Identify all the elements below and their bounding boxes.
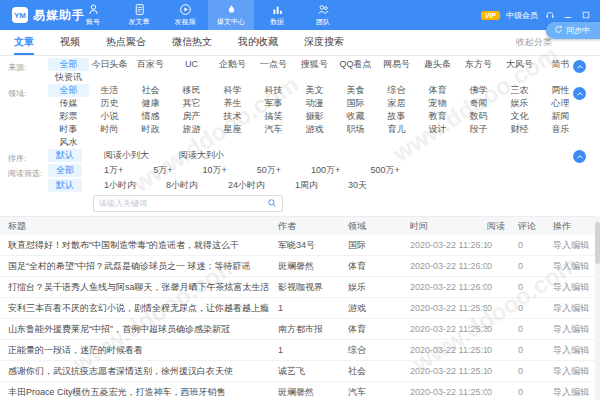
filter-chip[interactable]: 数码 [458,110,499,123]
filter-chip[interactable]: 历史 [89,97,130,110]
filter-chip[interactable]: 设计 [417,123,458,136]
filter-chip[interactable]: 家居 [376,97,417,110]
filter-chip[interactable]: 体育 [417,84,458,97]
filter-chip[interactable]: 阅读小到大 [96,149,157,162]
table-row[interactable]: 安利三本百看不厌的玄幻小说，剧情全程无尿点，让你越看越上瘾1游戏2020-03-… [0,298,600,319]
filter-chip[interactable]: 10万+ [195,164,235,177]
filter-chip[interactable]: 全部 [48,58,89,71]
filter-chip[interactable]: QQ看点 [335,58,376,71]
table-row[interactable]: 耿直怼得好！对散布“中国制造带毒”的造谣者，就得这么干军晓34号国际2020-0… [0,235,600,256]
import-edit-link[interactable]: 导入编辑 [553,386,589,399]
import-edit-link[interactable]: 导入编辑 [553,260,589,273]
filter-chip[interactable]: 8小时内 [158,179,206,192]
import-edit-link[interactable]: 导入编辑 [553,302,589,315]
filter-chip[interactable]: 默认 [48,149,82,162]
filter-chip[interactable]: 1小时内 [96,179,144,192]
filter-chip[interactable]: 星座 [212,123,253,136]
filter-chip[interactable]: 养生 [212,97,253,110]
filter-chip[interactable]: 社会 [130,84,171,97]
column-header[interactable]: 评论 [518,220,553,233]
filter-chip[interactable]: 时政 [130,123,171,136]
filter-chip[interactable]: 段子 [458,123,499,136]
nav-item-data[interactable]: 数据 [254,0,300,30]
filter-chip[interactable]: 1万+ [96,164,131,177]
table-row[interactable]: 丰田Proace City模仿五菱宏光，打造神车，西班牙销售斑斓馨然汽车2020… [0,382,600,400]
scrollbar-thumb[interactable] [595,222,600,264]
filter-chip[interactable]: 今日头条 [89,58,130,71]
filter-chip[interactable]: 健康 [130,97,171,110]
table-row[interactable]: 感谢你们，武汉抗疫志愿者深情送别，徐州援汉白衣天使诚艺飞社会2020-03-22… [0,361,600,382]
filter-chip[interactable]: 东方号 [458,58,499,71]
filter-chip[interactable]: 综合 [376,84,417,97]
collapse-source-button[interactable] [573,60,586,73]
collapse-domain-button[interactable] [573,87,586,100]
tab-4[interactable]: 微信热文 [172,30,212,55]
sync-button[interactable]: 同步中 [546,22,600,39]
column-header[interactable]: 标题 [8,220,278,233]
filter-chip[interactable]: 传媒 [48,97,89,110]
table-row[interactable]: 打擂台？吴千语秀人鱼线与阿sa聊天，张馨月晒下午茶炫富太生活影视咖视界娱乐202… [0,277,600,298]
filter-chip[interactable]: 百家号 [130,58,171,71]
support-headset-icon[interactable] [544,9,556,21]
filter-chip[interactable]: 小说 [89,110,130,123]
filter-chip[interactable]: 财经 [499,123,540,136]
filter-chip[interactable]: 快资讯 [48,71,89,84]
filter-chip[interactable]: 育儿 [376,123,417,136]
filter-chip[interactable]: 100万+ [303,164,348,177]
filter-chip[interactable]: 24小时内 [220,179,273,192]
minimize-icon[interactable] [562,9,574,21]
filter-chip[interactable]: 心理 [540,97,581,110]
search-box[interactable] [93,195,283,212]
filter-chip[interactable]: 房产 [171,110,212,123]
filter-chip[interactable]: 职场 [335,123,376,136]
filter-chip[interactable]: 30天 [340,179,375,192]
nav-item-hot-article-center[interactable]: 爆文中心 [208,0,254,30]
filter-chip[interactable]: 佛学 [458,84,499,97]
filter-chip[interactable]: 科技 [253,84,294,97]
filter-chip[interactable]: 500万+ [362,164,407,177]
import-edit-link[interactable]: 导入编辑 [553,281,589,294]
filter-chip[interactable]: 网易号 [376,58,417,71]
filter-chip[interactable]: 情感 [130,110,171,123]
filter-chip[interactable]: 移民 [171,84,212,97]
filter-chip[interactable]: 全部 [48,164,82,177]
filter-chip[interactable]: 大风号 [499,58,540,71]
filter-chip[interactable]: 新闻 [540,110,581,123]
nav-item-account[interactable]: 账号 [70,0,116,30]
filter-chip[interactable]: 企鹅号 [212,58,253,71]
filter-chip[interactable]: 摄影 [294,110,335,123]
maximize-icon[interactable] [580,9,592,21]
filter-chip[interactable]: 默认 [48,179,82,192]
filter-chip[interactable]: 趣头条 [417,58,458,71]
filter-chip[interactable]: 时尚 [89,123,130,136]
tab-2[interactable]: 视频 [60,30,80,55]
filter-chip[interactable]: 50万+ [249,164,289,177]
nav-item-publish-article[interactable]: 发文章 [116,0,162,30]
nav-item-team[interactable]: 团队 [300,0,346,30]
filter-chip[interactable]: 一点号 [253,58,294,71]
vertical-scrollbar[interactable] [595,216,600,400]
filter-chip[interactable]: 三农 [499,84,540,97]
import-edit-link[interactable]: 导入编辑 [553,344,589,357]
filter-chip[interactable]: 生活 [89,84,130,97]
filter-chip[interactable]: 动漫 [294,97,335,110]
filter-chip[interactable]: 收藏 [335,110,376,123]
filter-chip[interactable]: 风水 [48,136,89,149]
filter-chip[interactable]: 汽车 [253,123,294,136]
filter-chip[interactable]: 5万+ [145,164,180,177]
search-input[interactable] [99,199,267,208]
filter-chip[interactable]: 搜狐号 [294,58,335,71]
filter-chip[interactable]: 游戏 [294,123,335,136]
filter-chip[interactable]: 娱乐 [499,97,540,110]
filter-chip[interactable]: 阅读大到小 [171,149,232,162]
column-header[interactable]: 领域 [348,220,410,233]
tab-1[interactable]: 文章 [14,30,34,55]
filter-chip[interactable]: 1周内 [287,179,326,192]
filter-chip[interactable]: 科学 [212,84,253,97]
import-edit-link[interactable]: 导入编辑 [553,239,589,252]
filter-chip[interactable]: 文化 [499,110,540,123]
column-header[interactable]: 操作 [553,220,600,233]
filter-chip[interactable]: 其它 [171,97,212,110]
filter-chip[interactable]: 军事 [253,97,294,110]
filter-chip[interactable]: 国际 [335,97,376,110]
